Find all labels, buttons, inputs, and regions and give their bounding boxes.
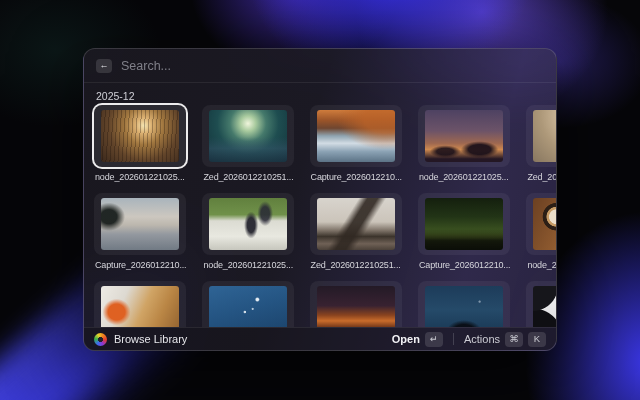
photo-grid-item[interactable]: Capture_2026012210... [94,193,186,271]
photo-filename: node_202601221025... [202,260,293,271]
photo-card [418,281,510,327]
results-area: 2025-12 node_202601221025... Zed_2026012… [84,83,556,327]
photo-thumbnail [425,286,503,327]
photo-grid-item[interactable]: node_202601221025... [202,193,293,271]
photo-thumbnail [317,286,395,327]
photo-thumbnail [533,198,556,250]
photo-grid-item[interactable]: node_202601221025... [526,193,556,271]
k-key-icon: K [528,332,546,347]
open-label: Open [392,333,420,345]
color-wheel-icon [94,333,107,346]
photo-thumbnail [533,110,556,162]
photo-card [94,193,186,255]
photo-card [202,281,293,327]
photo-thumbnail [209,110,286,162]
photo-filename: Capture_2026012210... [94,260,186,271]
photo-thumbnail [425,198,503,250]
photo-card [310,105,402,167]
photo-filename: node_202601221025... [418,172,510,183]
footer-divider [453,333,454,345]
actions-button[interactable]: Actions ⌘ K [464,332,546,347]
photo-card [418,105,510,167]
photo-grid-item[interactable]: Zed_2026012210251... [202,105,293,183]
photo-card [418,193,510,255]
photo-grid-item[interactable]: Capture_2026012210... [310,105,402,183]
photo-filename: Zed_2026012210251... [310,260,402,271]
photo-card [526,105,556,167]
back-button[interactable]: ← [96,59,112,73]
photo-thumbnail [425,110,503,162]
photo-filename: node_202601221025... [526,260,556,271]
photo-card [526,281,556,327]
photo-thumbnail [533,286,556,327]
back-arrow-icon: ← [100,61,109,70]
return-key-icon: ↵ [425,332,443,347]
photo-thumbnail [209,286,286,327]
photo-filename: Zed_2026012210251... [526,172,556,183]
photo-thumbnail [101,110,179,162]
photo-card [310,193,402,255]
photo-grid-item[interactable]: node_202601221025... [418,105,510,183]
photo-filename: Capture_2026012210... [418,260,510,271]
photo-filename: node_202601221025... [94,172,186,183]
photo-grid: node_202601221025... Zed_2026012210251..… [94,105,546,327]
photo-grid-item[interactable] [310,281,402,327]
photo-grid-item[interactable] [418,281,510,327]
command-key-icon: ⌘ [505,332,523,347]
search-bar: ← [84,49,556,83]
photo-grid-item[interactable]: Zed_2026012210251... [310,193,402,271]
photo-filename: Zed_2026012210251... [202,172,293,183]
photo-thumbnail [317,110,395,162]
photo-thumbnail [101,198,179,250]
photo-thumbnail [209,198,286,250]
photo-grid-item[interactable]: node_202601221025... [94,105,186,183]
photo-filename: Capture_2026012210... [310,172,402,183]
photo-grid-item[interactable] [94,281,186,327]
photo-grid-item[interactable]: Capture_2026012210... [418,193,510,271]
photo-card-selected [94,105,186,167]
actions-label: Actions [464,333,500,345]
photo-card [202,193,293,255]
photo-thumbnail [317,198,395,250]
photo-card [94,281,186,327]
browse-library-window: ← 2025-12 node_202601221025... Zed_20260… [83,48,557,351]
open-action-button[interactable]: Open ↵ [392,332,443,347]
photo-grid-item[interactable]: Zed_2026012210251... [526,105,556,183]
photo-grid-item[interactable] [202,281,293,327]
footer-bar: Browse Library Open ↵ Actions ⌘ K [84,327,556,350]
photo-thumbnail [101,286,179,327]
photo-card [526,193,556,255]
photo-card [202,105,293,167]
photo-card [310,281,402,327]
search-input[interactable] [121,59,544,73]
section-label: 2025-12 [96,90,546,102]
command-title: Browse Library [114,333,187,345]
photo-grid-item[interactable] [526,281,556,327]
